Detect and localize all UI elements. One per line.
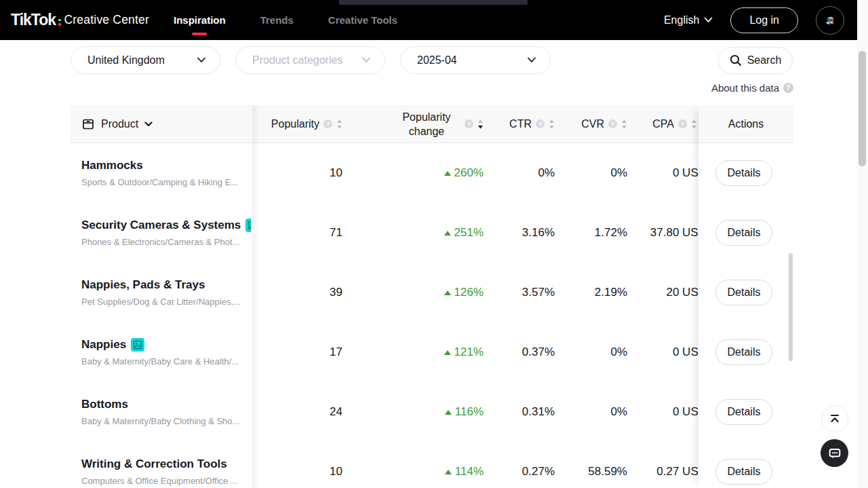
chevron-down-icon bbox=[144, 121, 153, 127]
ctr-value: 0.31% bbox=[484, 382, 555, 442]
search-icon bbox=[730, 54, 742, 67]
popularity-change-value: 260% bbox=[342, 143, 484, 203]
cpa-column-header[interactable]: CPA ? bbox=[627, 105, 707, 143]
popularity-change-value: 121% bbox=[342, 322, 484, 382]
product-categories-dropdown[interactable]: Product categories bbox=[235, 46, 385, 74]
help-icon[interactable]: ? bbox=[536, 119, 545, 128]
product-title: Nappies, Pads & Trays bbox=[81, 278, 205, 292]
nav-links: Inspiration Trends Creative Tools bbox=[174, 0, 397, 40]
search-button[interactable]: Search bbox=[718, 47, 793, 74]
sort-icon[interactable] bbox=[691, 119, 697, 129]
about-this-data-label: About this data bbox=[711, 82, 779, 94]
help-icon[interactable]: ? bbox=[465, 119, 473, 128]
product-title: Hammocks bbox=[81, 159, 143, 172]
help-icon[interactable]: ? bbox=[678, 119, 687, 128]
table-scrollbar-thumb[interactable] bbox=[789, 253, 793, 361]
product-column-header[interactable]: Product bbox=[71, 105, 252, 143]
nav-tab-label: Inspiration bbox=[174, 14, 226, 26]
cpa-value: 0 USD bbox=[627, 143, 707, 203]
nav-tab-label: Creative Tools bbox=[328, 14, 397, 26]
country-value: United Kingdom bbox=[87, 54, 165, 67]
language-label: English bbox=[664, 14, 699, 26]
details-button[interactable]: Details bbox=[715, 399, 772, 425]
product-cell[interactable]: Security Cameras & Systems Phones & Elec… bbox=[71, 203, 252, 263]
chevron-down-icon bbox=[361, 57, 371, 63]
page-scrollbar-thumb[interactable] bbox=[859, 51, 866, 166]
popularity-value: 24 bbox=[252, 382, 342, 442]
product-cell[interactable]: Writing & Correction Tools Computers & O… bbox=[71, 442, 252, 488]
cvr-header-label: CVR bbox=[581, 118, 604, 130]
login-button[interactable]: Log in bbox=[730, 7, 798, 33]
brand-logo[interactable]: TikTok Creative Center bbox=[11, 0, 149, 40]
page: TikTok Creative Center Inspiration Trend… bbox=[0, 0, 868, 488]
popularity-value: 71 bbox=[252, 203, 342, 263]
language-selector[interactable]: English bbox=[664, 14, 713, 26]
arrow-up-icon bbox=[445, 410, 452, 415]
details-button[interactable]: Details bbox=[715, 220, 772, 246]
table-row[interactable]: Security Cameras & Systems Phones & Elec… bbox=[71, 203, 707, 263]
country-dropdown[interactable]: United Kingdom bbox=[71, 46, 220, 74]
popularity-column-header[interactable]: Popularity ? bbox=[252, 105, 342, 143]
date-value: 2025-04 bbox=[417, 54, 457, 67]
product-subtitle: Computers & Office Equipment/Office ... bbox=[81, 476, 251, 486]
nav-tab-creative-tools[interactable]: Creative Tools bbox=[328, 14, 397, 26]
tiktok-badge-avatar[interactable]: ♫ bbox=[816, 6, 844, 35]
product-header-label: Product bbox=[101, 118, 138, 130]
table-row[interactable]: Hammocks Sports & Outdoor/Camping & Hiki… bbox=[71, 143, 707, 203]
details-button[interactable]: Details bbox=[715, 160, 772, 186]
details-button[interactable]: Details bbox=[715, 280, 772, 305]
product-cell[interactable]: Nappies, Pads & Trays Pet Supplies/Dog &… bbox=[71, 263, 252, 322]
cpa-value: 0 USD bbox=[627, 322, 707, 382]
cpa-header-label: CPA bbox=[652, 118, 674, 130]
cvr-value: 1.72% bbox=[555, 203, 627, 263]
product-cell[interactable]: Nappies Baby & Maternity/Baby Care & Hea… bbox=[71, 322, 252, 382]
cpa-value: 20 USD bbox=[627, 263, 707, 322]
product-cell[interactable]: Hammocks Sports & Outdoor/Camping & Hiki… bbox=[71, 143, 252, 203]
table-row[interactable]: Nappies, Pads & Trays Pet Supplies/Dog &… bbox=[71, 263, 707, 322]
about-this-data[interactable]: About this data ? bbox=[71, 82, 793, 94]
image-badge-icon bbox=[245, 219, 251, 232]
page-scrollbar-track[interactable] bbox=[857, 0, 868, 488]
help-icon[interactable]: ? bbox=[783, 83, 793, 93]
back-to-top-button[interactable] bbox=[821, 405, 848, 432]
sort-icon[interactable] bbox=[621, 119, 627, 129]
table-row[interactable]: Bottoms Baby & Maternity/Baby Clothing &… bbox=[71, 382, 707, 442]
ctr-column-header[interactable]: CTR ? bbox=[484, 105, 555, 143]
product-subtitle: Sports & Outdoor/Camping & Hiking E... bbox=[81, 177, 251, 187]
popularity-change-value: 251% bbox=[342, 203, 484, 263]
product-box-icon bbox=[81, 117, 95, 131]
ctr-header-label: CTR bbox=[509, 118, 532, 130]
details-button[interactable]: Details bbox=[715, 459, 772, 485]
cvr-column-header[interactable]: CVR ? bbox=[555, 105, 627, 143]
product-categories-placeholder: Product categories bbox=[252, 54, 342, 67]
tiktok-logo-colon-icon bbox=[58, 19, 61, 26]
chat-support-button[interactable] bbox=[821, 439, 848, 467]
table-row[interactable]: Writing & Correction Tools Computers & O… bbox=[71, 442, 707, 488]
help-icon[interactable]: ? bbox=[608, 119, 617, 128]
product-title: Writing & Correction Tools bbox=[81, 457, 227, 471]
nav-tab-trends[interactable]: Trends bbox=[260, 14, 294, 26]
help-icon[interactable]: ? bbox=[323, 119, 332, 128]
details-button[interactable]: Details bbox=[715, 339, 772, 365]
sort-icon[interactable] bbox=[549, 119, 555, 129]
arrow-up-icon bbox=[444, 350, 451, 355]
product-cell[interactable]: Bottoms Baby & Maternity/Baby Clothing &… bbox=[71, 382, 252, 442]
product-subtitle: Phones & Electronics/Cameras & Phot... bbox=[81, 237, 251, 247]
top-navigation-bar: TikTok Creative Center Inspiration Trend… bbox=[0, 0, 868, 40]
popularity-value: 17 bbox=[252, 322, 342, 382]
cvr-value: 0% bbox=[555, 322, 627, 382]
product-subtitle: Baby & Maternity/Baby Care & Health/... bbox=[81, 356, 251, 367]
ctr-value: 0% bbox=[484, 143, 555, 203]
sort-icon[interactable] bbox=[336, 119, 342, 129]
popularity-value: 10 bbox=[252, 143, 342, 203]
date-dropdown[interactable]: 2025-04 bbox=[400, 46, 551, 74]
arrow-up-icon bbox=[445, 470, 452, 474]
arrow-up-icon bbox=[444, 231, 451, 236]
popularity-change-column-header[interactable]: Popularity change ? bbox=[342, 105, 484, 143]
nav-tab-inspiration[interactable]: Inspiration bbox=[174, 14, 226, 26]
table-row[interactable]: Nappies Baby & Maternity/Baby Care & Hea… bbox=[71, 322, 707, 382]
popularity-value: 39 bbox=[252, 263, 342, 322]
sort-icon-active-desc[interactable] bbox=[477, 119, 484, 129]
actions-column: Actions Details Details Details Details … bbox=[698, 105, 793, 488]
table-body: Hammocks Sports & Outdoor/Camping & Hiki… bbox=[71, 143, 707, 488]
